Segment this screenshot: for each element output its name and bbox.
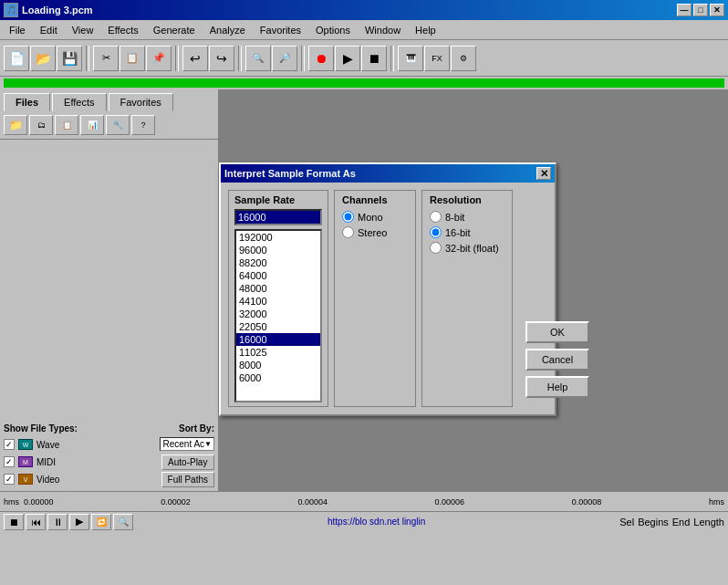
rate-32000[interactable]: 32000	[236, 308, 320, 320]
panel-help-btn[interactable]: ?	[131, 115, 155, 135]
toolbar-cut[interactable]: ✂	[93, 46, 119, 71]
full-paths-button[interactable]: Full Paths	[161, 472, 214, 487]
stop-button[interactable]: ⏹	[4, 514, 24, 530]
toolbar-zoom-in[interactable]: 🔍	[245, 46, 271, 71]
timeline-markers: 0.00002 0.00004 0.00006 0.00008	[54, 497, 709, 507]
length-label: Length	[693, 517, 724, 528]
toolbar-open[interactable]: 📂	[30, 46, 56, 71]
timeline-marker-2: 0.00004	[297, 497, 328, 507]
rewind-button[interactable]: ⏮	[26, 514, 46, 530]
pause-button[interactable]: ⏸	[47, 514, 68, 530]
cancel-button[interactable]: Cancel	[525, 349, 589, 371]
status-url: https://blo sdn.net linglin	[135, 517, 618, 527]
menu-analyze[interactable]: Analyze	[203, 23, 253, 37]
toolbar-settings[interactable]: ⚙	[451, 46, 476, 71]
channels-section: Channels Mono Stereo	[334, 190, 416, 407]
menu-file[interactable]: File	[2, 23, 33, 37]
radio-mono[interactable]	[342, 211, 354, 223]
loop-button[interactable]: 🔁	[91, 514, 111, 530]
wave-label-text: Wave	[36, 440, 59, 450]
sort-option-text: Recent Ac	[162, 439, 204, 449]
wave-checkbox[interactable]: ✓	[4, 439, 15, 450]
menu-edit[interactable]: Edit	[33, 23, 65, 37]
toolbar-save[interactable]: 💾	[57, 46, 82, 71]
rate-96000[interactable]: 96000	[236, 244, 320, 256]
menu-generate[interactable]: Generate	[146, 23, 203, 37]
dialog-close-button[interactable]: ✕	[536, 167, 551, 180]
sort-dropdown-arrow: ▼	[204, 440, 212, 448]
sort-dropdown[interactable]: Recent Ac ▼	[160, 437, 214, 451]
midi-checkbox[interactable]: ✓	[4, 456, 15, 467]
menu-favorites[interactable]: Favorites	[253, 23, 308, 37]
radio-stereo[interactable]	[342, 226, 354, 238]
panel-list-btn[interactable]: 📋	[55, 115, 78, 135]
rate-192000[interactable]: 192000	[236, 231, 320, 244]
tab-effects[interactable]: Effects	[52, 93, 106, 111]
toolbar-new[interactable]: 📄	[4, 46, 29, 71]
channels-label: Channels	[342, 194, 408, 205]
sort-by-label: Sort By:	[179, 423, 214, 434]
toolbar-copy[interactable]: 📋	[120, 46, 145, 71]
rate-64000[interactable]: 64000	[236, 269, 320, 282]
menu-effects[interactable]: Effects	[100, 23, 145, 37]
rate-11025[interactable]: 11025	[236, 346, 320, 359]
sample-rate-list[interactable]: 192000 96000 88200 64000 48000 44100 320…	[234, 229, 322, 402]
play-button[interactable]: ▶	[69, 514, 89, 530]
rate-48000[interactable]: 48000	[236, 282, 320, 295]
radio-16bit-row: 16-bit	[430, 226, 504, 238]
rate-44100[interactable]: 44100	[236, 295, 320, 308]
toolbar-record[interactable]: ⏺	[308, 46, 334, 71]
video-checkbox[interactable]: ✓	[4, 474, 15, 485]
panel-filter-btn[interactable]: 🔧	[106, 115, 130, 135]
timeline-marker-1: 0.00002	[161, 497, 191, 507]
toolbar-midi[interactable]: 🎹	[398, 46, 423, 71]
panel-toolbar: 📁 🗂 📋 📊 🔧 ?	[0, 111, 218, 140]
timeline-hms-start: hms 0.00000	[4, 497, 54, 507]
radio-stereo-row: Stereo	[342, 226, 408, 238]
close-button[interactable]: ✕	[710, 4, 724, 16]
help-button[interactable]: Help	[525, 376, 589, 398]
timeline-marker-3: 0.00006	[435, 497, 465, 507]
tab-files[interactable]: Files	[4, 93, 50, 111]
panel-content	[0, 140, 218, 420]
toolbar-redo[interactable]: ↪	[209, 46, 234, 71]
menu-view[interactable]: View	[65, 23, 101, 37]
sel-label: Sel	[619, 517, 634, 528]
menu-window[interactable]: Window	[358, 23, 408, 37]
right-area: Interpret Sample Format As ✕ Sample Rate…	[219, 89, 728, 491]
auto-play-button[interactable]: Auto-Play	[161, 454, 214, 470]
sample-rate-label: Sample Rate	[234, 194, 322, 205]
toolbar-fx[interactable]: FX	[424, 46, 450, 71]
rate-22050[interactable]: 22050	[236, 320, 320, 333]
resolution-section: Resolution 8-bit 16-bit	[421, 190, 513, 407]
radio-8bit[interactable]	[430, 211, 442, 223]
panel-open-btn[interactable]: 📁	[4, 115, 27, 135]
menu-bar: File Edit View Effects Generate Analyze …	[0, 20, 728, 40]
toolbar-undo[interactable]: ↩	[182, 46, 208, 71]
tab-favorites[interactable]: Favorites	[109, 93, 173, 111]
rate-16000[interactable]: 16000	[236, 333, 320, 346]
toolbar-zoom-out[interactable]: 🔎	[272, 46, 297, 71]
resolution-label: Resolution	[430, 194, 504, 205]
radio-32bit[interactable]	[430, 242, 442, 254]
toolbar-paste[interactable]: 📌	[146, 46, 172, 71]
menu-help[interactable]: Help	[408, 23, 443, 37]
begins-label: Begins	[638, 517, 669, 528]
radio-16bit[interactable]	[430, 226, 442, 238]
zoom-button[interactable]: 🔍	[113, 514, 133, 530]
timeline-marker-4: 0.00008	[572, 497, 602, 507]
rate-8000[interactable]: 8000	[236, 359, 320, 371]
rate-88200[interactable]: 88200	[236, 256, 320, 269]
title-bar: 🎵 Loading 3.pcm — □ ✕	[0, 0, 728, 20]
minimize-button[interactable]: —	[677, 4, 692, 16]
toolbar-play[interactable]: ▶	[335, 46, 360, 71]
sample-rate-input[interactable]	[234, 209, 322, 225]
rate-6000[interactable]: 6000	[236, 371, 320, 384]
panel-thumb-btn[interactable]: 🗂	[29, 115, 53, 135]
panel-detail-btn[interactable]: 📊	[80, 115, 104, 135]
toolbar-stop[interactable]: ⏹	[361, 46, 387, 71]
progress-bar	[4, 78, 724, 88]
maximize-button[interactable]: □	[693, 4, 708, 16]
ok-button[interactable]: OK	[525, 321, 589, 343]
menu-options[interactable]: Options	[308, 23, 358, 37]
